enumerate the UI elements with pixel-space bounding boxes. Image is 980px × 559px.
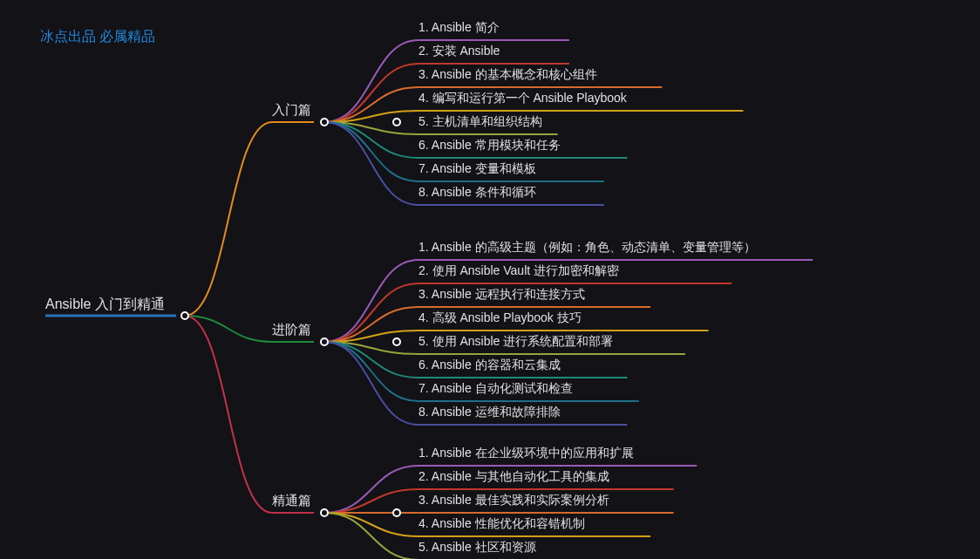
node-dot: [320, 118, 329, 126]
root-node[interactable]: Ansible 入门到精通: [45, 296, 165, 314]
leaf-master-2[interactable]: 3. Ansible 最佳实践和实际案例分析: [419, 493, 609, 508]
leaf-master-1[interactable]: 2. Ansible 与其他自动化工具的集成: [419, 469, 609, 485]
leaf-advanced-1[interactable]: 2. 使用 Ansible Vault 进行加密和解密: [419, 263, 619, 279]
leaf-advanced-7[interactable]: 8. Ansible 运维和故障排除: [419, 405, 561, 420]
section-advanced[interactable]: 进阶篇: [272, 322, 311, 338]
leaf-intro-4[interactable]: 5. 主机清单和组织结构: [419, 114, 542, 130]
node-dot: [392, 337, 401, 346]
leaf-intro-0[interactable]: 1. Ansible 简介: [419, 20, 500, 36]
leaf-master-3[interactable]: 4. Ansible 性能优化和容错机制: [419, 516, 585, 532]
node-dot: [180, 311, 189, 320]
section-master[interactable]: 精通篇: [272, 493, 311, 509]
leaf-advanced-5[interactable]: 6. Ansible 的容器和云集成: [419, 358, 561, 373]
leaf-master-0[interactable]: 1. Ansible 在企业级环境中的应用和扩展: [419, 446, 634, 461]
leaf-master-4[interactable]: 5. Ansible 社区和资源: [419, 540, 536, 556]
leaf-intro-2[interactable]: 3. Ansible 的基本概念和核心组件: [419, 67, 597, 83]
leaf-intro-7[interactable]: 8. Ansible 条件和循环: [419, 185, 536, 201]
leaf-advanced-4[interactable]: 5. 使用 Ansible 进行系统配置和部署: [419, 334, 613, 350]
leaf-intro-3[interactable]: 4. 编写和运行第一个 Ansible Playbook: [419, 91, 627, 106]
node-dot: [392, 508, 401, 517]
leaf-advanced-0[interactable]: 1. Ansible 的高级主题（例如：角色、动态清单、变量管理等）: [419, 240, 756, 256]
leaf-advanced-6[interactable]: 7. Ansible 自动化测试和检查: [419, 381, 573, 397]
node-dot: [320, 337, 329, 346]
node-dot: [392, 118, 401, 126]
node-dot: [320, 508, 329, 517]
leaf-intro-6[interactable]: 7. Ansible 变量和模板: [419, 161, 536, 177]
leaf-advanced-2[interactable]: 3. Ansible 远程执行和连接方式: [419, 287, 585, 303]
leaf-intro-1[interactable]: 2. 安装 Ansible: [419, 44, 500, 59]
section-intro[interactable]: 入门篇: [272, 102, 311, 119]
leaf-advanced-3[interactable]: 4. 高级 Ansible Playbook 技巧: [419, 310, 582, 326]
leaf-intro-5[interactable]: 6. Ansible 常用模块和任务: [419, 138, 561, 153]
